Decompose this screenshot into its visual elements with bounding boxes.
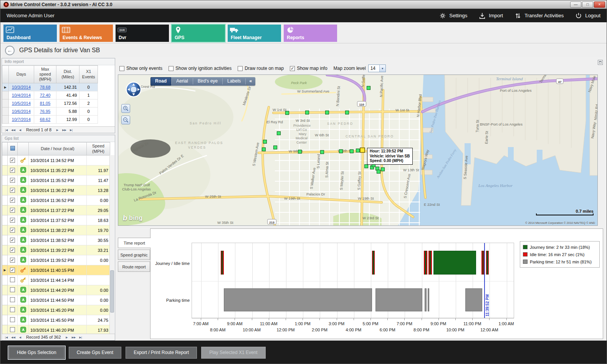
- gps-marker[interactable]: [298, 150, 302, 154]
- scrollbar-thumb[interactable]: [110, 270, 114, 313]
- gps-row[interactable]: 10/3/2014 11:44:14 PM: [2, 275, 110, 285]
- gps-row[interactable]: 10/3/2014 11:39:52 PM0.00: [2, 255, 110, 265]
- chart-tab-speed-graphic[interactable]: Speed graphic: [118, 250, 150, 260]
- map-view-bird-s-eye[interactable]: Bird's eye: [193, 77, 222, 86]
- day-link[interactable]: 10/4/2014: [12, 93, 31, 98]
- table-row[interactable]: 10/7/201468.6212.990: [2, 116, 98, 124]
- gps-row[interactable]: 10/3/2014 11:36:22 PM13.28: [2, 185, 110, 195]
- row-checkbox[interactable]: [10, 258, 15, 263]
- checkbox[interactable]: [290, 66, 295, 71]
- option-show-map-info[interactable]: Show map info: [290, 66, 327, 71]
- gps-marker[interactable]: [346, 111, 349, 114]
- row-checkbox[interactable]: [10, 228, 15, 233]
- tab-reports[interactable]: Reports: [284, 25, 337, 42]
- column-header-speed[interactable]: Speed (MPH): [87, 142, 110, 156]
- gps-marker[interactable]: [350, 150, 354, 153]
- gps-marker[interactable]: [274, 146, 277, 149]
- logout-button[interactable]: Logout: [575, 12, 600, 19]
- column-header-x1-events[interactable]: X1 Events: [79, 66, 98, 83]
- minimize-button[interactable]: —: [570, 2, 581, 8]
- gps-row[interactable]: 10/3/2014 11:37:22 PM29.05: [2, 205, 110, 215]
- pager-next-button[interactable]: ▶: [54, 127, 61, 132]
- column-header-days[interactable]: Days: [8, 66, 34, 83]
- chart-tab-time-report[interactable]: Time report: [118, 238, 151, 248]
- max-speed-link[interactable]: 72.40: [40, 93, 51, 98]
- day-link[interactable]: 10/6/2014: [12, 109, 31, 114]
- select-all-icon[interactable]: [10, 146, 15, 151]
- map-view-aerial[interactable]: Aerial: [172, 77, 193, 86]
- gps-row[interactable]: 10/3/2014 11:36:52 PM0.00: [2, 195, 110, 205]
- zoom-out-button[interactable]: [121, 116, 130, 124]
- pager-fast-prev-button[interactable]: ◀◀: [10, 334, 17, 340]
- gps-row[interactable]: 10/3/2014 11:45:50 PM24.75: [2, 315, 110, 325]
- gps-row[interactable]: 10/3/2014 11:45:20 PM0.00: [2, 305, 110, 315]
- column-header-dist-miles[interactable]: Dist. (Miles): [56, 66, 79, 83]
- map-view-labels[interactable]: Labels: [223, 77, 245, 86]
- transfer-activities-button[interactable]: Transfer Activities: [514, 12, 564, 19]
- gps-marker[interactable]: [262, 148, 266, 151]
- tab-gps[interactable]: GPS: [172, 25, 225, 42]
- collapse-toolbar-button[interactable]: «: [246, 77, 255, 86]
- import-button[interactable]: Import: [479, 12, 503, 19]
- map-compass[interactable]: [125, 81, 142, 98]
- pager-first-button[interactable]: |◀: [3, 334, 10, 340]
- gps-row[interactable]: 10/3/2014 11:34:52 PM: [2, 156, 110, 165]
- day-link[interactable]: 10/3/2014: [12, 85, 31, 89]
- table-row[interactable]: ▶10/3/201478.68142.310: [2, 83, 98, 91]
- selected-gps-marker[interactable]: [360, 148, 365, 152]
- tab-fleet-manager[interactable]: Fleet Manager: [228, 25, 281, 42]
- pager-prev-button[interactable]: ◀: [17, 127, 23, 132]
- row-checkbox[interactable]: [10, 208, 15, 213]
- map-panel-maximize-button[interactable]: [598, 60, 603, 65]
- row-checkbox[interactable]: [10, 188, 15, 193]
- tab-dvr[interactable]: DVRDvr: [116, 25, 169, 42]
- table-row[interactable]: 10/5/201481.05172.562: [2, 99, 98, 108]
- table-row[interactable]: 10/6/201476.955.880: [2, 108, 98, 116]
- pager-fast-prev-button[interactable]: ◀◀: [10, 127, 17, 132]
- column-header-max-speed-mph[interactable]: Max speed (MPH): [34, 66, 56, 83]
- gps-marker[interactable]: [356, 149, 360, 152]
- row-checkbox[interactable]: [10, 198, 15, 203]
- max-speed-link[interactable]: 78.68: [40, 85, 51, 89]
- gps-marker[interactable]: [321, 151, 324, 154]
- gps-row[interactable]: 10/3/2014 11:38:52 PM30.55: [2, 235, 110, 245]
- gps-marker[interactable]: [306, 111, 309, 114]
- gps-marker[interactable]: [367, 86, 370, 90]
- gps-row[interactable]: 10/3/2014 11:38:22 PM19.70: [2, 225, 110, 235]
- checkbox[interactable]: [169, 66, 174, 71]
- gps-marker[interactable]: [339, 150, 343, 153]
- gps-row[interactable]: 10/3/2014 11:39:22 PM33.21: [2, 245, 110, 255]
- max-speed-link[interactable]: 76.95: [40, 109, 51, 114]
- gps-row[interactable]: 10/3/2014 11:35:22 PM11.97: [2, 165, 110, 175]
- tab-events-reviews[interactable]: Events & Reviews: [60, 25, 113, 42]
- gps-marker[interactable]: [377, 170, 380, 174]
- gps-row[interactable]: 10/3/2014 11:35:52 PM11.47: [2, 175, 110, 185]
- gps-marker[interactable]: [381, 168, 385, 171]
- row-checkbox[interactable]: [10, 327, 15, 332]
- zoom-level-select[interactable]: 14▼: [368, 65, 386, 72]
- pager-next-button[interactable]: ▶: [64, 334, 70, 340]
- row-checkbox[interactable]: [10, 168, 15, 173]
- row-checkbox[interactable]: [10, 307, 15, 312]
- row-checkbox[interactable]: [10, 238, 15, 243]
- settings-button[interactable]: Settings: [439, 12, 467, 19]
- row-checkbox[interactable]: [10, 297, 15, 302]
- create-gps-event-button[interactable]: Create Gps Event: [69, 347, 121, 359]
- row-checkbox[interactable]: [10, 277, 15, 282]
- gps-marker[interactable]: [365, 165, 368, 168]
- checkbox[interactable]: [238, 66, 243, 71]
- pager-last-button[interactable]: ▶|: [68, 127, 74, 132]
- row-checkbox[interactable]: [10, 178, 15, 183]
- pager-fast-next-button[interactable]: ▶▶: [71, 334, 77, 340]
- zoom-in-button[interactable]: [121, 104, 130, 113]
- pager-fast-next-button[interactable]: ▶▶: [61, 127, 68, 132]
- maximize-button[interactable]: □: [582, 2, 593, 8]
- max-speed-link[interactable]: 68.62: [40, 117, 51, 122]
- gps-row[interactable]: ▶10/3/2014 11:40:15 PM: [2, 265, 110, 275]
- export-print-route-report-button[interactable]: Export / Print Route Report: [126, 347, 197, 359]
- column-header-date-hour[interactable]: Date / hour (local): [29, 142, 87, 156]
- option-show-only-events[interactable]: Show only events: [119, 66, 162, 71]
- row-checkbox[interactable]: [10, 268, 15, 273]
- row-checkbox[interactable]: [10, 248, 15, 253]
- checkbox[interactable]: [119, 66, 124, 71]
